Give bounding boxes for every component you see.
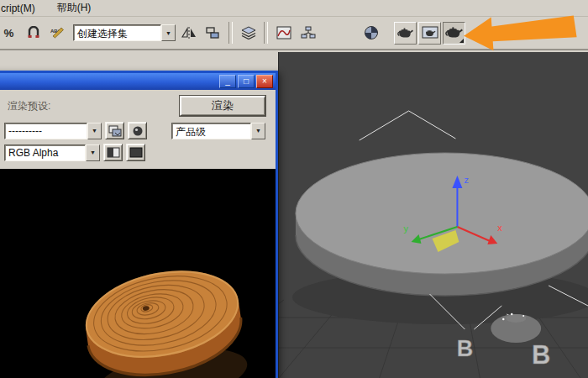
- solid-channel-button[interactable]: [126, 144, 145, 161]
- edit-named-selection-icon: ABC: [50, 25, 66, 40]
- rendered-frame-window-icon: [422, 26, 438, 40]
- render-setup-button[interactable]: [394, 22, 417, 45]
- toolbar-separator: [264, 22, 268, 44]
- axis-y-label: y: [404, 223, 409, 234]
- render-dialog-window: _ □ × 渲染预设: 渲染 ---------- ▼: [0, 71, 278, 378]
- layer-manager-button[interactable]: [237, 22, 260, 45]
- axis-x-label: x: [497, 223, 502, 233]
- watermark-letter-b2: B: [532, 340, 550, 370]
- flyout-triangle-icon: [459, 39, 464, 43]
- material-editor-button[interactable]: [360, 22, 382, 45]
- percent-snap-button[interactable]: %: [0, 22, 20, 45]
- clone-window-button[interactable]: [128, 122, 147, 139]
- selection-set-value: 创建选择集: [73, 24, 161, 41]
- rendered-image-canvas: [0, 169, 276, 378]
- menu-help[interactable]: 帮助(H): [53, 0, 96, 17]
- quick-render-button[interactable]: [443, 22, 465, 45]
- menu-bar: cript(M) 帮助(H): [0, 0, 588, 17]
- layer-manager-icon: [241, 26, 256, 39]
- named-selection-set-combobox[interactable]: 创建选择集 ▼: [73, 24, 176, 41]
- rendered-frame-window-button[interactable]: [418, 22, 441, 45]
- chevron-down-icon[interactable]: ▼: [251, 123, 265, 139]
- render-preset-combobox[interactable]: ---------- ▼: [4, 123, 102, 139]
- save-image-button[interactable]: [105, 122, 124, 139]
- render-preset-label: 渲染预设:: [8, 99, 50, 113]
- material-editor-icon: [364, 25, 379, 40]
- axis-z-label: z: [464, 175, 468, 185]
- align-button[interactable]: [202, 22, 224, 45]
- maximize-button[interactable]: □: [238, 75, 255, 88]
- rendered-wood-disc: [0, 169, 276, 378]
- toolbar-separator: [228, 22, 233, 44]
- render-preset-value: ----------: [4, 123, 87, 139]
- perspective-viewport[interactable]: z x y: [278, 52, 588, 378]
- minimize-button[interactable]: _: [219, 75, 236, 88]
- main-toolbar: % ABC 创建选择集 ▼: [0, 17, 588, 50]
- close-button[interactable]: ×: [256, 75, 273, 88]
- curve-editor-icon: [276, 26, 291, 39]
- solid-channel-icon: [129, 147, 143, 158]
- dialog-titlebar[interactable]: _ □ ×: [0, 73, 276, 90]
- percent-snap-icon: %: [4, 27, 14, 39]
- split-channel-icon: [107, 147, 120, 158]
- save-image-icon: [108, 125, 122, 137]
- align-icon: [206, 26, 221, 39]
- render-mode-value: 产品级: [171, 123, 251, 139]
- cylinder-object[interactable]: [296, 153, 588, 296]
- watermark-letter-b1: B: [457, 336, 473, 361]
- chevron-down-icon[interactable]: ▼: [161, 24, 176, 41]
- spinner-snap-icon: [27, 26, 40, 39]
- schematic-view-button[interactable]: [297, 22, 319, 45]
- render-button[interactable]: 渲染: [180, 96, 265, 116]
- application-window: cript(M) 帮助(H) % ABC 创建选择集 ▼: [0, 0, 588, 378]
- dialog-body: 渲染预设: 渲染 ---------- ▼: [0, 90, 276, 378]
- split-channel-button[interactable]: [103, 144, 123, 161]
- mirror-icon: [181, 26, 197, 39]
- clone-window-icon: [132, 125, 144, 137]
- render-setup-icon: [397, 27, 414, 39]
- chevron-down-icon[interactable]: ▼: [87, 123, 102, 139]
- workspace: z x y: [0, 52, 588, 378]
- edit-named-selection-button[interactable]: ABC: [46, 22, 69, 45]
- schematic-view-icon: [301, 26, 316, 39]
- viewport-canvas: z x y: [279, 52, 588, 378]
- mirror-button[interactable]: [177, 22, 200, 45]
- curve-editor-button[interactable]: [272, 22, 295, 45]
- spinner-snap-button[interactable]: [22, 22, 45, 45]
- channel-display-combobox[interactable]: RGB Alpha ▼: [4, 144, 100, 161]
- channel-display-value: RGB Alpha: [4, 144, 86, 161]
- chevron-down-icon[interactable]: ▼: [86, 144, 100, 161]
- menu-maxscript[interactable]: cript(M): [0, 1, 39, 16]
- render-mode-combobox[interactable]: 产品级 ▼: [171, 123, 265, 139]
